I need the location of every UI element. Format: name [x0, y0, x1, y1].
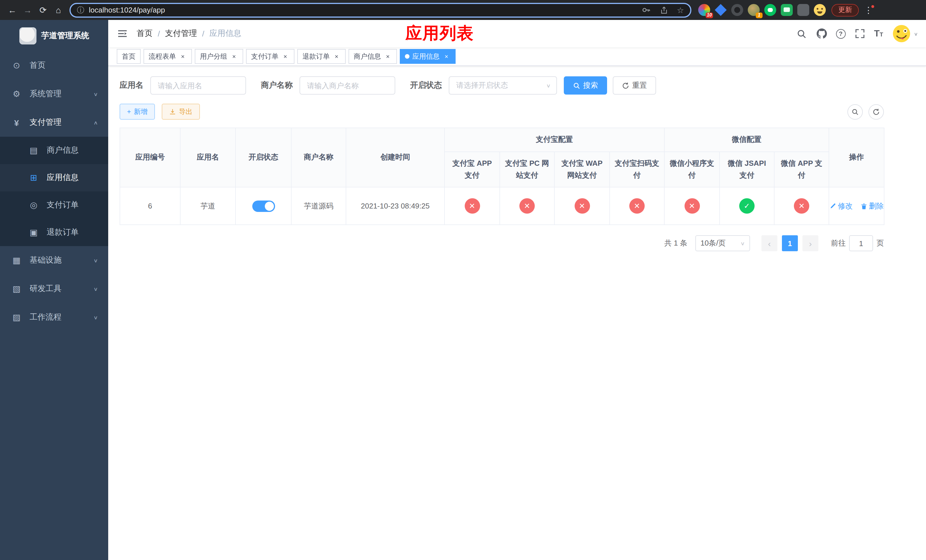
sidebar-item-home[interactable]: ⊙ 首页 [0, 51, 108, 80]
channel-status-icon: ✕ [794, 198, 809, 214]
chevron-up-icon: ∧ [94, 120, 98, 126]
status-toggle[interactable] [252, 201, 275, 212]
close-icon[interactable]: × [333, 52, 340, 61]
sidebar-item-pay-orders[interactable]: ◎ 支付订单 [0, 191, 108, 219]
browser-update-button[interactable]: 更新 [831, 4, 859, 16]
prev-page-button[interactable]: ‹ [761, 236, 777, 251]
status-select[interactable]: 请选择开启状态 ∨ [449, 76, 557, 95]
cell-actions: 修改 删除 [829, 188, 884, 225]
card-icon: ▤ [27, 145, 40, 156]
extension-gem-icon[interactable] [715, 4, 727, 16]
goto-suffix: 页 [876, 238, 884, 249]
close-icon[interactable]: × [179, 52, 187, 61]
github-icon[interactable] [816, 28, 828, 39]
extension-avatar-icon[interactable]: 1 [748, 4, 760, 16]
col-header-id: 应用编号 [120, 128, 180, 188]
delete-link[interactable]: 删除 [861, 201, 884, 211]
channel-status-icon: ✕ [465, 198, 480, 214]
yen-icon: ¥ [10, 118, 23, 127]
toggle-search-button[interactable] [847, 104, 863, 120]
apps-table: 应用编号 应用名 开启状态 商户名称 创建时间 支付宝配置 微信配置 操作 支付… [120, 128, 884, 225]
sidebar-item-refund-orders[interactable]: ▣ 退款订单 [0, 219, 108, 246]
hamburger-icon[interactable] [108, 28, 137, 39]
close-icon[interactable]: × [384, 52, 392, 61]
reset-button[interactable]: 重置 [613, 76, 656, 95]
col-header-alipay-wap: 支付宝 WAP 网站支付 [554, 152, 610, 188]
close-icon[interactable]: × [442, 52, 451, 61]
fullscreen-icon[interactable] [854, 28, 865, 39]
sidebar-item-devtools[interactable]: ▧ 研发工具 ∨ [0, 275, 108, 303]
tags-view: 首页 流程表单 × 用户分组 × 支付订单 × 退款订单 × [108, 47, 926, 66]
breadcrumb-payment[interactable]: 支付管理 [165, 29, 197, 39]
sidebar-item-infra[interactable]: ▦ 基础设施 ∨ [0, 246, 108, 275]
sidebar-item-workflow[interactable]: ▨ 工作流程 ∨ [0, 303, 108, 331]
bookmark-star-icon[interactable]: ☆ [677, 5, 684, 15]
browser-forward-icon[interactable]: → [20, 2, 35, 18]
tab-refund-orders[interactable]: 退款订单 × [297, 49, 346, 64]
status-label: 开启状态 [410, 80, 442, 91]
chevron-down-icon: ∨ [94, 315, 98, 321]
search-icon[interactable] [796, 28, 808, 39]
tab-user-group[interactable]: 用户分组 × [195, 49, 243, 64]
sidebar-item-label: 首页 [30, 61, 45, 71]
browser-home-icon[interactable]: ⌂ [51, 2, 66, 18]
browser-toolbar: ← → ⟳ ⌂ ⓘ localhost:1024/pay/app ☆ 10 1 [0, 0, 926, 20]
tab-merchant-info[interactable]: 商户信息 × [348, 49, 397, 64]
refresh-table-button[interactable] [869, 104, 884, 120]
extension-plugin-icon[interactable] [797, 4, 809, 16]
extension-wechat-icon[interactable] [764, 4, 776, 16]
col-header-wx-jsapi: 微信 JSAPI 支付 [720, 152, 774, 188]
tools-icon: ▧ [10, 284, 23, 294]
add-button[interactable]: + 新增 [120, 104, 155, 120]
tab-app-info[interactable]: 应用信息 × [400, 49, 455, 64]
sidebar-item-payment[interactable]: ¥ 支付管理 ∧ [0, 108, 108, 137]
app-name-label: 应用名 [120, 80, 144, 91]
search-button[interactable]: 搜索 [564, 76, 607, 95]
address-bar[interactable]: ⓘ localhost:1024/pay/app ☆ [70, 3, 691, 17]
sidebar-item-label: 系统管理 [30, 89, 62, 99]
browser-menu-icon[interactable]: ⋮ [862, 5, 875, 15]
page-size-select[interactable]: 10条/页 ∨ [695, 236, 750, 251]
site-info-icon[interactable]: ⓘ [77, 5, 84, 15]
breadcrumb: 首页 / 支付管理 / 应用信息 [137, 29, 242, 39]
share-icon[interactable] [659, 4, 670, 16]
browser-back-icon[interactable]: ← [5, 2, 20, 18]
help-icon[interactable]: ? [836, 29, 846, 38]
tab-home[interactable]: 首页 [117, 49, 141, 64]
app-logo-row[interactable]: 芋道管理系统 [0, 20, 108, 51]
col-header-actions: 操作 [829, 128, 884, 188]
caret-down-icon: ∨ [914, 31, 918, 36]
sidebar-item-system[interactable]: ⚙ 系统管理 ∨ [0, 80, 108, 108]
target-icon: ◎ [27, 200, 40, 210]
extension-dark-icon[interactable] [731, 4, 743, 16]
merchant-name-input[interactable] [300, 76, 395, 95]
export-button[interactable]: 导出 [162, 104, 200, 120]
tab-pay-orders[interactable]: 支付订单 × [246, 49, 294, 64]
goto-page-input[interactable] [849, 236, 873, 251]
breadcrumb-home[interactable]: 首页 [137, 29, 153, 39]
tab-label: 用户分组 [200, 51, 227, 61]
close-icon[interactable]: × [281, 52, 289, 61]
extension-chat-icon[interactable] [781, 4, 793, 16]
app-name-input[interactable] [150, 76, 246, 95]
sidebar: 芋道管理系统 ⊙ 首页 ⚙ 系统管理 ∨ ¥ 支付管理 ∧ ▤ 商户信息 [0, 20, 108, 560]
browser-reload-icon[interactable]: ⟳ [35, 2, 51, 18]
extension-pinned-icon[interactable]: 10 [698, 4, 710, 16]
tab-label: 支付订单 [251, 51, 278, 61]
col-header-name: 应用名 [180, 128, 236, 188]
col-header-alipay-app: 支付宝 APP 支付 [445, 152, 500, 188]
password-key-icon[interactable] [640, 4, 652, 16]
font-size-icon[interactable]: TT [874, 29, 883, 38]
chevron-down-icon: ∨ [94, 257, 98, 263]
page-1-button[interactable]: 1 [782, 236, 798, 251]
next-page-button[interactable]: › [802, 236, 819, 251]
sidebar-item-label: 商户信息 [47, 145, 79, 156]
sidebar-item-app-info[interactable]: ⊞ 应用信息 [0, 164, 108, 191]
cell-name: 芋道 [180, 188, 236, 225]
browser-profile-avatar[interactable] [814, 4, 826, 16]
edit-link[interactable]: 修改 [829, 201, 853, 211]
close-icon[interactable]: × [230, 52, 238, 61]
sidebar-item-merchant-info[interactable]: ▤ 商户信息 [0, 137, 108, 164]
tab-process-form[interactable]: 流程表单 × [144, 49, 192, 64]
user-avatar-menu[interactable]: ∨ [891, 24, 918, 43]
